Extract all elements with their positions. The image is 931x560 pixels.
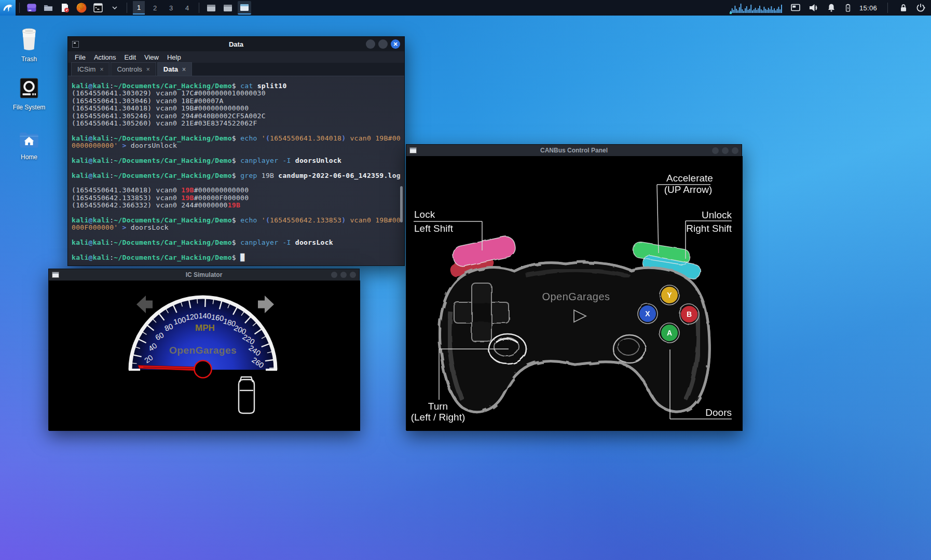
panel-separator [127, 3, 127, 13]
text-editor-launcher[interactable] [58, 1, 72, 15]
tab-close-icon[interactable]: × [146, 66, 150, 73]
kali-logo-icon [2, 2, 13, 13]
right-turn-signal-icon [258, 296, 274, 313]
maximize-button[interactable] [722, 147, 729, 154]
terminal-scrollbar[interactable] [400, 186, 403, 222]
close-button[interactable] [350, 272, 356, 278]
terminal-menubar: File Actions Edit View Help [68, 51, 404, 63]
minimize-button[interactable] [712, 147, 719, 154]
terminal-dropdown-chevron-icon[interactable] [108, 1, 121, 15]
canbus-canvas: Y X B A OpenGarages [406, 156, 743, 431]
turn-label: Turn [428, 401, 448, 412]
canbus-control-panel-window: CANBus Control Panel [406, 144, 742, 430]
desktop-icon-label: File System [4, 104, 54, 111]
right-analog-stick [613, 335, 646, 363]
menu-actions[interactable]: Actions [94, 53, 116, 61]
file-manager-launcher[interactable] [42, 1, 55, 15]
desktop-icon-label: Home [4, 153, 54, 161]
menu-view[interactable]: View [144, 53, 159, 61]
tab-label: Controls [117, 65, 142, 73]
network-monitor-graph[interactable] [729, 2, 783, 14]
taskbar-window-button-1[interactable] [204, 1, 218, 15]
taskbar-window-button-2[interactable] [221, 1, 235, 15]
unlock-label: Unlock [702, 209, 732, 220]
panel-separator [887, 3, 888, 13]
menu-help[interactable]: Help [167, 53, 181, 61]
display-settings-launcher[interactable] [25, 1, 38, 15]
file-system-icon [17, 76, 41, 100]
svg-text:140: 140 [198, 312, 211, 320]
workspace-3[interactable]: 3 [165, 1, 177, 15]
lock-label: Lock [414, 209, 435, 220]
maximize-button[interactable] [340, 272, 347, 278]
canbus-titlebar: CANBus Control Panel [406, 145, 742, 156]
gauge-brand-label: OpenGarages [169, 345, 237, 356]
firefox-icon [76, 2, 87, 13]
desktop-icon-file-system[interactable]: File System [4, 76, 54, 111]
minimize-button[interactable] [331, 272, 337, 278]
tab-label: ICSim [77, 65, 95, 73]
purple-display-icon [26, 2, 37, 13]
svg-text:A: A [667, 329, 672, 337]
volume-icon[interactable] [808, 2, 819, 13]
icsim-titlebar: IC Simulator [49, 269, 359, 281]
lock-screen-icon[interactable] [898, 3, 909, 13]
terminal-titlebar: Data ✕ [68, 37, 404, 51]
doors-label: Doors [705, 407, 732, 418]
close-button[interactable] [732, 147, 738, 154]
panel-separator [19, 3, 20, 13]
accelerate-key-label: (UP Arrow) [664, 184, 713, 195]
tab-close-icon[interactable]: × [182, 66, 186, 73]
terminal-window-data: Data ✕ File Actions Edit View Help ICSim… [67, 36, 405, 266]
firefox-launcher[interactable] [75, 1, 88, 15]
gauge-unit-label: MPH [195, 323, 215, 333]
tab-icsim[interactable]: ICSim × [71, 62, 109, 76]
desktop-icon-label: Trash [4, 55, 54, 63]
terminal-icon [92, 2, 104, 13]
svg-text:B: B [687, 310, 692, 318]
tab-label: Data [163, 65, 178, 73]
trash-icon [18, 26, 40, 52]
top-panel: 1 2 3 4 [0, 0, 931, 16]
desktop: 1 2 3 4 [0, 0, 931, 560]
panel-left-group: 1 2 3 4 [0, 0, 253, 16]
minimize-button[interactable] [366, 39, 375, 49]
icsim-canvas: 20406080100120140160180200220240260 MPH … [49, 281, 360, 431]
battery-icon[interactable] [843, 2, 853, 13]
workspace-4[interactable]: 4 [181, 1, 193, 15]
workspace-switcher-icon[interactable] [790, 2, 801, 13]
tab-controls[interactable]: Controls × [111, 62, 156, 76]
workspace-1[interactable]: 1 [133, 1, 145, 15]
terminal-launcher[interactable] [91, 1, 105, 15]
terminal-tabbar: ICSim × Controls × Data × [68, 63, 404, 76]
left-turn-signal-icon [136, 296, 153, 313]
unlock-key-label: Right Shift [686, 223, 732, 234]
taskbar-window-button-3-active[interactable] [238, 1, 251, 15]
svg-text:120: 120 [185, 312, 199, 322]
applications-menu-button[interactable] [0, 0, 16, 16]
terminal-output[interactable]: kali@kali:~/Documents/Car_Hacking/Demo$ … [68, 76, 404, 267]
desktop-icon-home[interactable]: Home [4, 128, 54, 161]
desktop-icon-trash[interactable]: Trash [4, 26, 54, 63]
window-title: CANBus Control Panel [406, 147, 742, 154]
workspace-2[interactable]: 2 [149, 1, 161, 15]
canbus-brand-label: OpenGarages [542, 291, 610, 302]
close-button[interactable]: ✕ [391, 39, 400, 49]
window-title: IC Simulator [49, 271, 359, 278]
document-edit-icon [59, 2, 71, 13]
door-icon [239, 377, 254, 413]
clock[interactable]: 15:06 [859, 4, 877, 12]
tab-close-icon[interactable]: × [100, 66, 103, 73]
tab-data[interactable]: Data × [157, 62, 192, 76]
gauge-hub [195, 361, 212, 378]
turn-key-label: (Left / Right) [411, 412, 466, 423]
panel-right-group: 15:06 [729, 0, 931, 16]
notifications-bell-icon[interactable] [826, 3, 837, 13]
lock-key-label: Left Shift [414, 223, 454, 234]
svg-text:X: X [645, 310, 650, 318]
logout-power-icon[interactable] [915, 3, 926, 13]
menu-file[interactable]: File [75, 53, 86, 61]
menu-edit[interactable]: Edit [125, 53, 136, 61]
accelerate-label: Accelerate [666, 173, 713, 184]
maximize-button[interactable] [378, 39, 388, 49]
